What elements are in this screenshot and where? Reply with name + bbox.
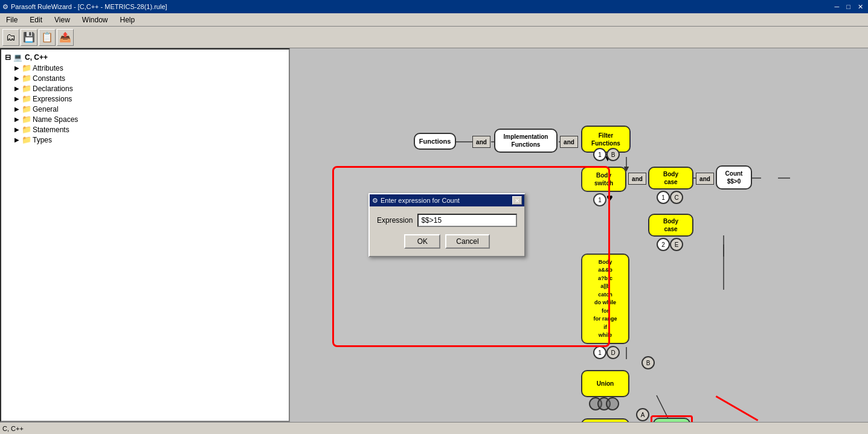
folder-icon: 📁 xyxy=(22,63,31,72)
circle-d: D xyxy=(606,346,620,359)
node-filter-functions-label: FilterFunctions xyxy=(591,132,620,147)
statusbar: C, C++ xyxy=(0,422,868,434)
node-body-switch[interactable]: Bodyswitch xyxy=(581,167,626,192)
node-union-1[interactable]: Union xyxy=(581,370,629,397)
dialog-content: Expression OK Cancel xyxy=(370,206,524,256)
red-arrow: ➜ xyxy=(689,416,707,422)
node-body-case-2-label: Bodycase xyxy=(663,217,678,233)
minimize-button[interactable]: ─ xyxy=(832,3,842,11)
dialog-ok-button[interactable]: OK xyxy=(404,234,440,249)
menubar: File Edit View Window Help xyxy=(0,13,868,27)
circle-c: C xyxy=(670,191,683,204)
tree-root-item[interactable]: ⊟ 💻 C, C++ xyxy=(4,52,286,63)
node-functions[interactable]: Functions xyxy=(414,133,456,150)
sidebar-item-label: Types xyxy=(33,136,52,144)
folder-icon: 📁 xyxy=(22,84,31,93)
circle-b-1: B xyxy=(606,148,620,161)
dialog-close-button[interactable]: ✕ xyxy=(512,196,522,205)
toolbar-btn-4[interactable]: 📤 xyxy=(57,29,74,46)
app-title: Parasoft RuleWizard - [C,C++ - METRICS-2… xyxy=(11,3,167,10)
dialog-expression-input[interactable] xyxy=(417,214,517,227)
expand-icon: ⊟ xyxy=(5,53,11,62)
close-icon: ✕ xyxy=(515,197,519,204)
computer-icon: 💻 xyxy=(13,53,22,62)
dialog-cancel-button[interactable]: Cancel xyxy=(445,234,489,249)
menu-window[interactable]: Window xyxy=(79,14,112,25)
circle-e: E xyxy=(670,238,683,251)
toolbar-btn-2[interactable]: 💾 xyxy=(21,29,37,46)
sidebar-item-constants[interactable]: ▶ 📁 Constants xyxy=(13,73,286,83)
node-body-large[interactable]: Bodya&&ba?b:ca||bcatchdo whileforfor ran… xyxy=(581,254,629,344)
sidebar-item-label: Declarations xyxy=(33,85,73,93)
red-arrow-line xyxy=(716,395,759,421)
circle-1-c: 1 xyxy=(657,191,670,204)
expand-arrow: ▶ xyxy=(13,95,21,102)
maximize-button[interactable]: □ xyxy=(844,3,853,11)
menu-view[interactable]: View xyxy=(51,14,74,25)
sidebar-item-label: Attributes xyxy=(33,64,63,72)
node-and-2[interactable]: and xyxy=(560,136,578,148)
node-and-4[interactable]: and xyxy=(696,173,714,185)
sidebar-item-label: Constants xyxy=(33,74,65,83)
folder-icon: 📁 xyxy=(22,74,31,83)
menu-edit[interactable]: Edit xyxy=(26,14,46,25)
node-body-switch-label: Bodyswitch xyxy=(594,171,613,187)
node-body-case-1-label: Bodycase xyxy=(663,170,678,186)
circle-1-a: 1 xyxy=(593,193,606,206)
expand-arrow: ▶ xyxy=(13,126,21,133)
expand-arrow: ▶ xyxy=(13,85,21,92)
node-and-1[interactable]: and xyxy=(472,136,490,148)
sidebar-item-label: General xyxy=(33,105,59,113)
sidebar-item-general[interactable]: ▶ 📁 General xyxy=(13,104,286,114)
canvas-area[interactable]: Functions and ImplementationFunctions an… xyxy=(290,48,868,422)
node-count-2[interactable]: Count$$>20 xyxy=(653,418,690,422)
titlebar-title: ⚙ Parasoft RuleWizard - [C,C++ - METRICS… xyxy=(2,3,167,11)
dialog-buttons: OK Cancel xyxy=(377,234,517,249)
app-icon: ⚙ xyxy=(2,3,8,11)
node-body-case-1[interactable]: Bodycase xyxy=(648,167,693,190)
folder-icon: 📁 xyxy=(22,94,31,103)
toolbar-btn-3[interactable]: 📋 xyxy=(39,29,56,46)
heart-icon: ♥ xyxy=(606,192,613,205)
sidebar: ⊟ 💻 C, C++ ▶ 📁 Attributes ▶ 📁 Constants … xyxy=(0,48,290,422)
toolbar: 🗂 💾 📋 📤 xyxy=(0,27,868,48)
sidebar-item-label: Expressions xyxy=(33,95,72,103)
folder-icon: 📁 xyxy=(22,125,31,134)
toolbar-btn-1[interactable]: 🗂 xyxy=(2,29,19,46)
expand-arrow: ▶ xyxy=(13,116,21,123)
menu-file[interactable]: File xyxy=(2,14,21,25)
node-union-2[interactable]: Union xyxy=(581,418,629,422)
sidebar-item-declarations[interactable]: ▶ 📁 Declarations xyxy=(13,83,286,94)
sidebar-item-attributes[interactable]: ▶ 📁 Attributes xyxy=(13,63,286,73)
node-filter-functions[interactable]: FilterFunctions xyxy=(581,126,631,153)
sidebar-item-namespaces[interactable]: ▶ 📁 Name Spaces xyxy=(13,114,286,124)
dialog-title-content: ⚙ Enter expression for Count xyxy=(372,197,460,205)
node-count-1-label: Count$$>0 xyxy=(725,170,743,185)
dialog-expression-row: Expression xyxy=(377,214,517,227)
union-1-circles xyxy=(589,397,622,410)
circle-1-b: 1 xyxy=(593,148,606,161)
tree-root: ⊟ 💻 C, C++ ▶ 📁 Attributes ▶ 📁 Constants … xyxy=(4,52,286,145)
folder-icon: 📁 xyxy=(22,115,31,124)
node-implementation-label: ImplementationFunctions xyxy=(504,133,548,148)
and-4-label: and xyxy=(699,176,710,182)
node-and-3[interactable]: and xyxy=(628,173,646,185)
dialog-box[interactable]: ⚙ Enter expression for Count ✕ Expressio… xyxy=(368,193,526,257)
node-implementation[interactable]: ImplementationFunctions xyxy=(494,129,558,153)
expand-arrow: ▶ xyxy=(13,136,21,143)
and-2-label: and xyxy=(564,139,574,145)
menu-help[interactable]: Help xyxy=(117,14,139,25)
node-body-case-2[interactable]: Bodycase xyxy=(648,214,693,237)
titlebar-controls[interactable]: ─ □ ✕ xyxy=(832,3,866,11)
dialog-icon: ⚙ xyxy=(372,197,378,205)
close-button[interactable]: ✕ xyxy=(855,3,866,11)
folder-icon: 📁 xyxy=(22,104,31,113)
node-union-1-label: Union xyxy=(597,380,614,387)
main-layout: ⊟ 💻 C, C++ ▶ 📁 Attributes ▶ 📁 Constants … xyxy=(0,48,868,422)
circle-a: A xyxy=(636,408,649,421)
dialog-expression-label: Expression xyxy=(377,216,413,225)
sidebar-item-statements[interactable]: ▶ 📁 Statements xyxy=(13,124,286,135)
sidebar-item-expressions[interactable]: ▶ 📁 Expressions xyxy=(13,94,286,104)
node-count-1[interactable]: Count$$>0 xyxy=(716,165,752,190)
sidebar-item-types[interactable]: ▶ 📁 Types xyxy=(13,135,286,145)
